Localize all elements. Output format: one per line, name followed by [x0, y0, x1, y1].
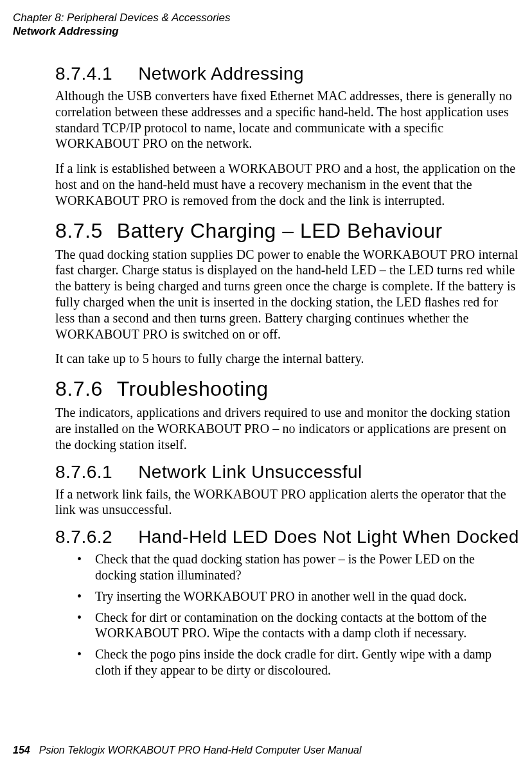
- bullet-icon: •: [77, 610, 95, 626]
- paragraph: If a link is established between a WORKA…: [55, 161, 519, 208]
- footer-text: Psion Teklogix WORKABOUT PRO Hand-Held C…: [39, 745, 362, 756]
- content-body: 8.7.4.1Network Addressing Although the U…: [13, 64, 519, 678]
- list-item: • Check for dirt or contamination on the…: [77, 610, 519, 642]
- page-number: 154: [13, 745, 30, 756]
- paragraph: The indicators, applications and drivers…: [55, 405, 519, 452]
- paragraph: The quad docking station supplies DC pow…: [55, 247, 519, 342]
- bullet-icon: •: [77, 551, 95, 567]
- heading-8-7-4-1: 8.7.4.1Network Addressing: [55, 64, 519, 84]
- heading-8-7-6-2: 8.7.6.2Hand-Held LED Does Not Light When…: [55, 527, 519, 547]
- list-item: • Check that the quad docking station ha…: [77, 551, 519, 583]
- heading-8-7-6-1: 8.7.6.1Network Link Unsuccessful: [55, 462, 519, 482]
- paragraph: Although the USB converters have ﬁxed Et…: [55, 88, 519, 152]
- bullet-list: • Check that the quad docking station ha…: [55, 551, 519, 678]
- heading-number: 8.7.4.1: [55, 64, 112, 84]
- paragraph: It can take up to 5 hours to fully charg…: [55, 351, 519, 367]
- list-item-text: Check that the quad docking station has …: [95, 551, 519, 583]
- heading-text: Troubleshooting: [117, 377, 269, 400]
- header-section-title: Network Addressing: [13, 25, 519, 38]
- heading-text: Network Addressing: [138, 64, 304, 84]
- heading-8-7-5: 8.7.5Battery Charging – LED Behaviour: [55, 219, 519, 243]
- heading-number: 8.7.6.1: [55, 462, 112, 482]
- list-item: • Try inserting the WORKABOUT PRO in ano…: [77, 588, 519, 605]
- page-container: Chapter 8: Peripheral Devices & Accessor…: [0, 0, 532, 678]
- list-item-text: Check for dirt or contamination on the d…: [95, 610, 519, 642]
- heading-text: Network Link Unsuccessful: [138, 462, 362, 482]
- bullet-icon: •: [77, 588, 95, 605]
- list-item-text: Try inserting the WORKABOUT PRO in anoth…: [95, 588, 519, 605]
- page-footer: 154Psion Teklogix WORKABOUT PRO Hand-Hel…: [13, 745, 362, 756]
- heading-number: 8.7.6.2: [55, 527, 112, 547]
- heading-number: 8.7.6: [55, 377, 103, 401]
- heading-8-7-6: 8.7.6Troubleshooting: [55, 377, 519, 401]
- heading-text: Battery Charging – LED Behaviour: [117, 219, 443, 242]
- list-item: • Check the pogo pins inside the dock cr…: [77, 646, 519, 678]
- heading-text: Hand-Held LED Does Not Light When Docked: [138, 527, 519, 547]
- heading-number: 8.7.5: [55, 219, 103, 243]
- list-item-text: Check the pogo pins inside the dock crad…: [95, 646, 519, 678]
- bullet-icon: •: [77, 646, 95, 662]
- header-chapter: Chapter 8: Peripheral Devices & Accessor…: [13, 12, 519, 24]
- paragraph: If a network link fails, the WORKABOUT P…: [55, 486, 519, 518]
